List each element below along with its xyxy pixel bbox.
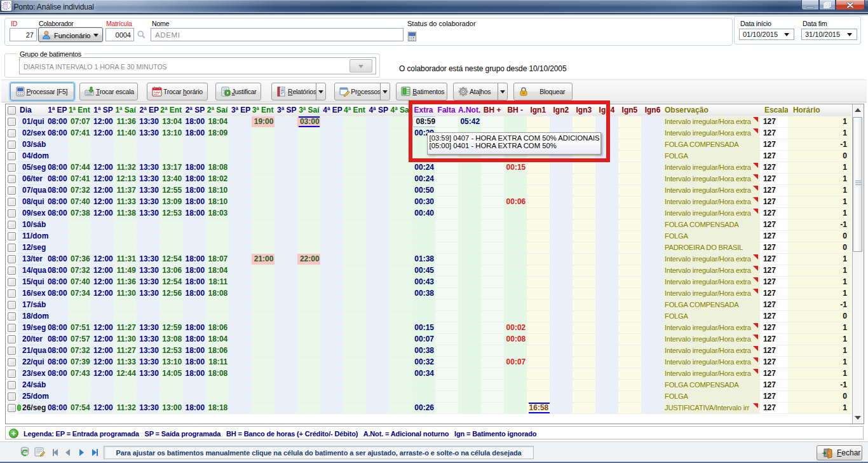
svg-text:17: 17	[155, 92, 159, 95]
